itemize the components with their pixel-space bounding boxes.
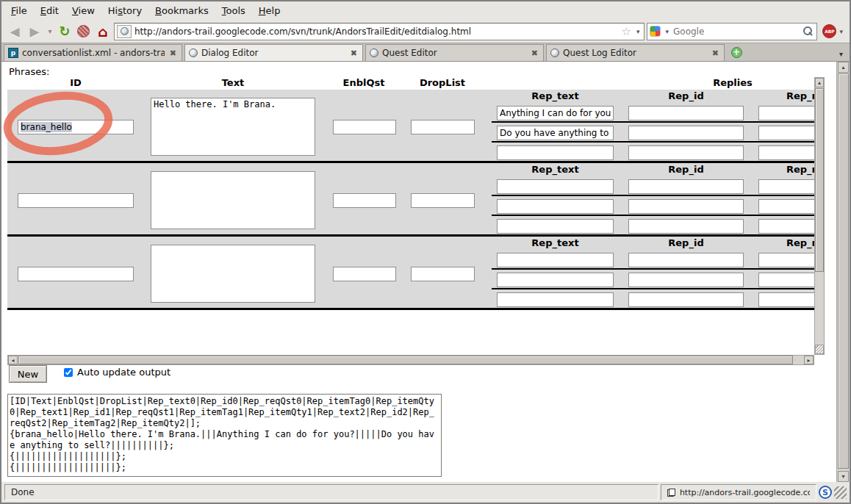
search-engine-dropdown-icon[interactable]: ▾ <box>663 28 671 35</box>
rep-reqqst-input[interactable] <box>758 273 814 287</box>
phrases-horizontal-scrollbar[interactable]: ◂ ▸ <box>7 355 814 365</box>
rep-reqqst-input[interactable] <box>758 179 814 194</box>
back-icon: ◀ <box>6 24 24 39</box>
search-input[interactable] <box>673 25 801 38</box>
menu-help[interactable]: Help <box>252 2 287 19</box>
new-tab-button[interactable]: + <box>728 45 744 60</box>
rep-id-input[interactable] <box>628 219 744 234</box>
reload-icon: ↻ <box>57 24 73 39</box>
window-resize-grip[interactable] <box>834 486 847 499</box>
scroll-up-icon[interactable]: ▴ <box>815 78 824 87</box>
search-icon[interactable] <box>803 26 813 36</box>
tab-quest-log-editor[interactable]: Quest Log Editor ✖ <box>546 44 725 61</box>
rep-reqqst-input[interactable] <box>758 253 814 267</box>
text-textarea[interactable]: Hello there. I'm Brana. <box>151 98 315 156</box>
page-vertical-scrollbar[interactable]: ▴ ▾ <box>836 62 850 482</box>
rep-id-input[interactable] <box>628 292 744 307</box>
text-textarea[interactable] <box>151 245 315 303</box>
rep-id-input[interactable] <box>628 179 744 194</box>
rep-reqqst-input[interactable] <box>758 145 814 160</box>
rep-text-input[interactable] <box>497 219 614 234</box>
rep-text-input[interactable] <box>497 179 614 194</box>
tab-close-icon[interactable]: ✖ <box>530 48 539 58</box>
rep-id-input[interactable] <box>628 273 744 287</box>
bookmark-star-icon[interactable]: ☆ <box>621 25 631 38</box>
rep-text-input[interactable] <box>497 292 614 307</box>
url-input[interactable] <box>134 25 618 38</box>
adblock-dropdown-icon[interactable]: ▾ <box>837 28 845 35</box>
rep-reqqst-input[interactable] <box>758 199 814 214</box>
rep-id-input[interactable] <box>628 145 744 160</box>
forward-button[interactable]: ▶ <box>26 23 43 40</box>
scrollbar-thumb[interactable] <box>18 356 793 364</box>
scroll-up-icon[interactable]: ▴ <box>838 62 849 73</box>
scrollbar-thumb[interactable] <box>838 73 849 469</box>
rep-text-input[interactable] <box>497 253 614 267</box>
rep-reqqst-input[interactable] <box>758 219 814 234</box>
menu-bar: FileEditViewHistoryBookmarksToolsHelp <box>1 1 850 20</box>
noscript-icon[interactable]: S <box>819 486 832 499</box>
menu-bookmarks[interactable]: Bookmarks <box>148 2 215 19</box>
text-textarea[interactable] <box>151 171 315 229</box>
rep-reqqst-input[interactable] <box>758 126 814 140</box>
menu-edit[interactable]: Edit <box>34 2 65 19</box>
history-dropdown-icon[interactable]: ▾ <box>46 23 54 40</box>
rep-text-input[interactable] <box>497 106 614 120</box>
tab-close-icon[interactable]: ✖ <box>349 48 359 58</box>
phrases-resize-grip[interactable] <box>815 345 824 354</box>
page-favicon <box>550 48 559 57</box>
stop-button[interactable] <box>75 23 92 40</box>
rep-text-input[interactable] <box>497 273 614 287</box>
page-favicon <box>370 48 378 57</box>
reply-header-rep-reqqst: Rep_reqQst <box>758 90 814 101</box>
url-dropdown-icon[interactable]: ▾ <box>634 28 642 35</box>
scroll-left-icon[interactable]: ◂ <box>8 356 18 364</box>
id-input[interactable]: brana_hello <box>18 120 134 134</box>
menu-file[interactable]: File <box>4 2 34 19</box>
rep-text-input[interactable] <box>497 126 614 140</box>
scrollbar-thumb[interactable] <box>815 88 824 272</box>
tab-quest-editor[interactable]: Quest Editor ✖ <box>365 44 544 61</box>
droplist-input[interactable] <box>411 267 475 281</box>
menu-history[interactable]: History <box>101 2 148 19</box>
reply-row <box>492 124 814 143</box>
back-button[interactable]: ◀ <box>6 23 24 40</box>
scroll-right-icon[interactable]: ▸ <box>804 356 814 364</box>
tab-dialog-editor[interactable]: Dialog Editor ✖ <box>184 44 363 61</box>
enblqst-input[interactable] <box>333 120 396 134</box>
rep-id-input[interactable] <box>628 253 744 267</box>
enblqst-input[interactable] <box>333 193 396 208</box>
reload-button[interactable]: ↻ <box>57 23 73 40</box>
id-input[interactable] <box>18 193 134 208</box>
rep-reqqst-input[interactable] <box>758 106 814 120</box>
google-search-engine-icon[interactable] <box>650 26 661 37</box>
auto-update-checkbox[interactable] <box>64 368 73 377</box>
tab-conversationlist[interactable]: p conversationlist.xml - andors-trail - … <box>4 44 182 61</box>
site-identity-box[interactable] <box>117 25 132 38</box>
id-input[interactable] <box>18 267 134 281</box>
menu-tools[interactable]: Tools <box>215 2 252 19</box>
droplist-input[interactable] <box>411 193 475 208</box>
phrases-vertical-scrollbar[interactable]: ▴ <box>814 77 825 355</box>
reply-header-rep-text: Rep_text <box>497 90 614 101</box>
new-button[interactable]: New <box>9 365 47 383</box>
rep-id-input[interactable] <box>628 126 744 140</box>
column-header-text: Text <box>151 77 315 88</box>
rep-reqqst-input[interactable] <box>758 292 814 307</box>
rep-text-input[interactable] <box>497 199 614 214</box>
list-all-tabs-icon[interactable]: ▾ <box>839 50 847 61</box>
rep-id-input[interactable] <box>628 106 744 120</box>
output-textarea[interactable]: [ID|Text|EnblQst|DropList|Rep_text0|Rep_… <box>7 394 442 477</box>
scroll-down-icon[interactable]: ▾ <box>838 471 849 482</box>
home-button[interactable]: ⌂ <box>94 23 112 40</box>
rep-text-input[interactable] <box>497 145 614 160</box>
menu-view[interactable]: View <box>65 2 101 19</box>
enblqst-input[interactable] <box>333 267 396 281</box>
status-text: Done <box>11 487 35 497</box>
tab-close-icon[interactable]: ✖ <box>168 48 178 58</box>
droplist-input[interactable] <box>411 120 475 134</box>
adblock-button[interactable]: ABP ▾ <box>822 24 845 38</box>
reply-row <box>492 217 814 236</box>
rep-id-input[interactable] <box>628 199 744 214</box>
tab-close-icon[interactable]: ✖ <box>711 48 720 58</box>
